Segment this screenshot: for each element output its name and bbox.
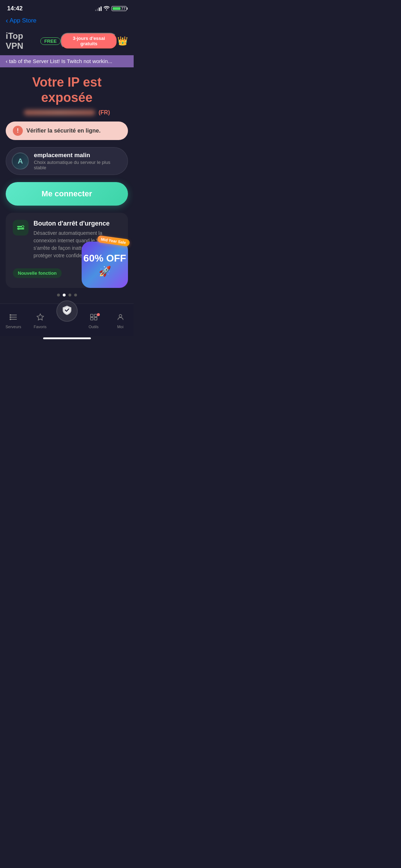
app-title: iTop VPN: [6, 31, 37, 51]
new-feature-badge: Nouvelle fonction: [13, 268, 62, 278]
carousel-dots: [6, 294, 128, 296]
svg-point-3: [17, 228, 20, 230]
svg-rect-8: [10, 316, 11, 318]
sale-badge-inner: Mid Year Sale 60% OFF 🚀: [82, 242, 128, 288]
serveurs-label: Serveurs: [5, 325, 21, 329]
nav-vpn-center[interactable]: [53, 300, 80, 322]
location-info: emplacement malin Choix automatique du s…: [34, 152, 122, 170]
rocket-icon: 🚀: [99, 265, 111, 277]
outils-label: Outils: [88, 325, 98, 329]
nav-bar: ‹ App Store: [0, 15, 134, 28]
svg-marker-10: [37, 314, 43, 320]
svg-rect-13: [90, 317, 93, 320]
trial-button[interactable]: 3-jours d'essai gratuits: [61, 33, 117, 49]
back-button[interactable]: ‹ App Store: [6, 16, 36, 25]
back-chevron-icon: ‹: [6, 16, 8, 25]
sale-percent: 60% OFF: [83, 253, 126, 264]
ip-address-row: (FR): [6, 109, 128, 116]
home-indicator: [43, 337, 91, 339]
banner-text: ‹ tab of the Server List! Is Twitch not …: [6, 58, 112, 64]
svg-rect-11: [90, 314, 93, 317]
nav-favoris[interactable]: Favoris: [27, 313, 53, 329]
back-label: App Store: [10, 17, 37, 24]
shield-icon: [62, 305, 72, 318]
location-subtitle: Choix automatique du serveur le plus sta…: [34, 160, 122, 170]
svg-point-2: [22, 226, 24, 228]
card-title: Bouton d'arrêt d'urgence: [34, 220, 121, 227]
nav-moi[interactable]: Moi: [107, 313, 134, 329]
ip-country: (FR): [99, 109, 110, 116]
security-text: Vérifier la sécurité en ligne.: [26, 128, 101, 134]
sale-tag: Mid Year Sale: [97, 235, 130, 247]
feature-card: Bouton d'arrêt d'urgence Désactiver auto…: [6, 213, 128, 288]
ip-exposed-title: Votre IP est exposée: [6, 74, 128, 105]
battery-icon: 77: [112, 6, 127, 11]
connect-button[interactable]: Me connecter: [6, 182, 128, 206]
crown-icon: 👑: [117, 36, 128, 46]
dot-2: [63, 294, 66, 296]
promo-banner: ‹ tab of the Server List! Is Twitch not …: [0, 55, 134, 67]
moi-icon: [117, 313, 124, 323]
bottom-nav: Serveurs Favoris: [0, 304, 134, 336]
nav-serveurs[interactable]: Serveurs: [0, 313, 27, 329]
ip-blurred: [24, 110, 95, 115]
dot-4: [74, 294, 77, 296]
dot-1: [57, 294, 60, 296]
svg-rect-7: [10, 314, 11, 316]
app-title-group: iTop VPN FREE: [6, 31, 61, 51]
location-title: emplacement malin: [34, 152, 122, 159]
status-bar: 14:42 77: [0, 0, 134, 15]
status-icons: 77: [95, 6, 127, 11]
svg-rect-12: [94, 314, 97, 317]
location-letter: A: [18, 157, 23, 165]
serveurs-icon: [9, 313, 18, 323]
app-header: iTop VPN FREE 3-jours d'essai gratuits 👑: [0, 28, 134, 55]
moi-label: Moi: [117, 325, 124, 329]
sale-badge[interactable]: Mid Year Sale 60% OFF 🚀: [82, 242, 132, 291]
dot-3: [68, 294, 71, 296]
free-badge: FREE: [40, 37, 61, 45]
svg-rect-9: [10, 319, 11, 320]
svg-rect-14: [94, 317, 97, 320]
signal-icon: [95, 6, 102, 11]
outils-notification-dot: [97, 313, 100, 316]
location-selector[interactable]: A emplacement malin Choix automatique du…: [6, 147, 128, 175]
exclamation-icon: !: [17, 128, 19, 134]
nav-outils[interactable]: Outils: [80, 313, 107, 329]
main-content: Votre IP est exposée (FR) ! Vérifier la …: [0, 67, 134, 296]
warning-icon: !: [13, 126, 23, 136]
wifi-icon: [104, 6, 109, 11]
kill-switch-icon: [13, 220, 29, 236]
location-icon: A: [12, 153, 29, 170]
security-warning[interactable]: ! Vérifier la sécurité en ligne.: [6, 122, 128, 140]
outils-icon: [90, 313, 98, 323]
favoris-label: Favoris: [34, 325, 46, 329]
svg-point-15: [119, 315, 122, 317]
vpn-center-button[interactable]: [56, 300, 78, 322]
status-time: 14:42: [7, 5, 22, 12]
favoris-icon: [36, 313, 44, 323]
